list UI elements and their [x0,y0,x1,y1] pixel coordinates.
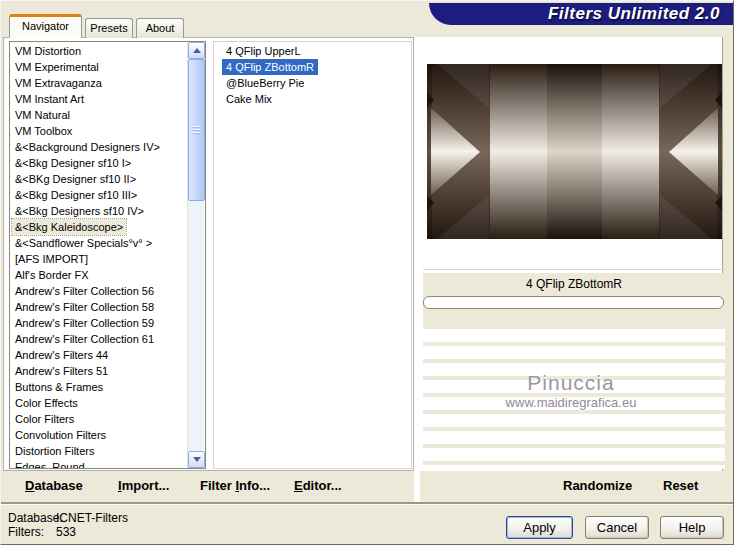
category-item[interactable]: &<Bkg Designer sf10 I> [12,155,134,171]
scroll-down-icon [193,457,201,462]
category-item[interactable]: Alf's Border FX [12,267,92,283]
filters-count-value: 533 [56,525,76,539]
watermark-name: Pinuccia [420,371,722,395]
watermark-url: www.maidiregrafica.eu [420,395,722,410]
cancel-button[interactable]: Cancel [585,516,649,539]
scroll-up-button[interactable] [188,42,205,59]
category-item[interactable]: &<Bkg Designer sf10 III> [12,187,140,203]
tab-about[interactable]: About [136,18,184,38]
filter-info-button[interactable]: Filter Info... [200,478,270,493]
category-item[interactable]: [AFS IMPORT] [12,251,91,267]
category-list: VM Distortion VM Experimental VM Extrava… [9,41,206,469]
category-item[interactable]: Andrew's Filters 44 [12,347,111,363]
help-button[interactable]: Help [660,516,724,539]
scroll-down-button[interactable] [188,451,205,468]
scroll-up-icon [193,48,201,53]
category-item[interactable]: VM Toolbox [12,123,75,139]
preview-image[interactable] [427,64,722,239]
filter-item[interactable]: Cake Mix [222,91,276,107]
category-item[interactable]: Buttons & Frames [12,379,106,395]
category-item[interactable]: Andrew's Filter Collection 58 [12,299,157,315]
app-title: Filters Unlimited 2.0 [548,4,720,24]
status-bar: Database: ICNET-Filters Filters: 533 [8,511,128,539]
filter-item[interactable]: 4 QFlip UpperL [222,43,305,59]
category-item[interactable]: Color Effects [12,395,81,411]
database-mnemonic: D [25,478,34,493]
editor-button[interactable]: Editor... [294,478,342,493]
parameter-slider[interactable] [423,296,724,309]
parameter-block: 4 QFlip ZBottomR [423,273,725,329]
category-item[interactable]: VM Distortion [12,43,84,59]
separator-line [423,269,725,270]
panel-divider [414,37,420,502]
bottom-toolbar: Database Import... Filter Info... Editor… [3,471,733,502]
filter-info-pre: Filter [200,478,235,493]
tab-presets[interactable]: Presets [85,18,133,38]
import-button[interactable]: Import... [118,478,169,493]
category-item[interactable]: &<Background Designers IV> [12,139,163,155]
category-item[interactable]: Andrew's Filters 51 [12,363,111,379]
category-item[interactable]: Andrew's Filter Collection 61 [12,331,157,347]
filter-item-selected[interactable]: 4 QFlip ZBottomR [222,59,318,75]
panel-bottom-edge [1,502,734,505]
category-scrollbar[interactable] [187,42,204,468]
reset-button[interactable]: Reset [663,478,698,493]
filter-list: 4 QFlip UpperL 4 QFlip ZBottomR @BlueBer… [213,41,412,469]
preview-panel: 4 QFlip ZBottomR Pinuccia www.maidiregra… [420,37,723,471]
category-item-selected[interactable]: &<Bkg Kaleidoscope> [12,219,126,235]
category-item[interactable]: VM Extravaganza [12,75,105,91]
database-label: atabase [34,478,82,493]
filters-count-label: Filters: [8,525,56,539]
category-item[interactable]: VM Natural [12,107,73,123]
category-item[interactable]: Color Filters [12,411,77,427]
editor-mnemonic: E [294,478,303,493]
category-item[interactable]: &<Bkg Designers sf10 IV> [12,203,147,219]
category-item[interactable]: Andrew's Filter Collection 56 [12,283,157,299]
category-item[interactable]: Convolution Filters [12,427,109,443]
filters-unlimited-window: Filters Unlimited 2.0 Navigator Presets … [0,0,734,545]
filter-info-label: nfo... [239,478,270,493]
scrollbar-thumb[interactable] [188,59,205,201]
watermark: Pinuccia www.maidiregrafica.eu [420,371,722,410]
database-status-label: Database: [8,511,56,525]
category-item[interactable]: &<BKg Designer sf10 II> [12,171,139,187]
category-item[interactable]: Andrew's Filter Collection 59 [12,315,157,331]
database-status-value: ICNET-Filters [56,511,128,525]
import-label: mport... [122,478,170,493]
apply-button[interactable]: Apply [506,516,573,539]
scrollbar-grip-icon [193,126,201,135]
selected-filter-header: 4 QFlip ZBottomR [423,273,725,295]
tab-navigator[interactable]: Navigator [9,14,82,38]
editor-label: ditor... [303,478,342,493]
app-title-banner: Filters Unlimited 2.0 [429,3,733,25]
category-item[interactable]: VM Experimental [12,59,102,75]
category-item[interactable]: Distortion Filters [12,443,97,459]
category-item[interactable]: Edges, Round [12,459,88,469]
randomize-button[interactable]: Randomize [563,478,632,493]
category-item[interactable]: VM Instant Art [12,91,87,107]
category-item[interactable]: &<Sandflower Specials°v° > [12,235,155,251]
database-button[interactable]: Database [25,478,83,493]
filter-item[interactable]: @BlueBerry Pie [222,75,308,91]
